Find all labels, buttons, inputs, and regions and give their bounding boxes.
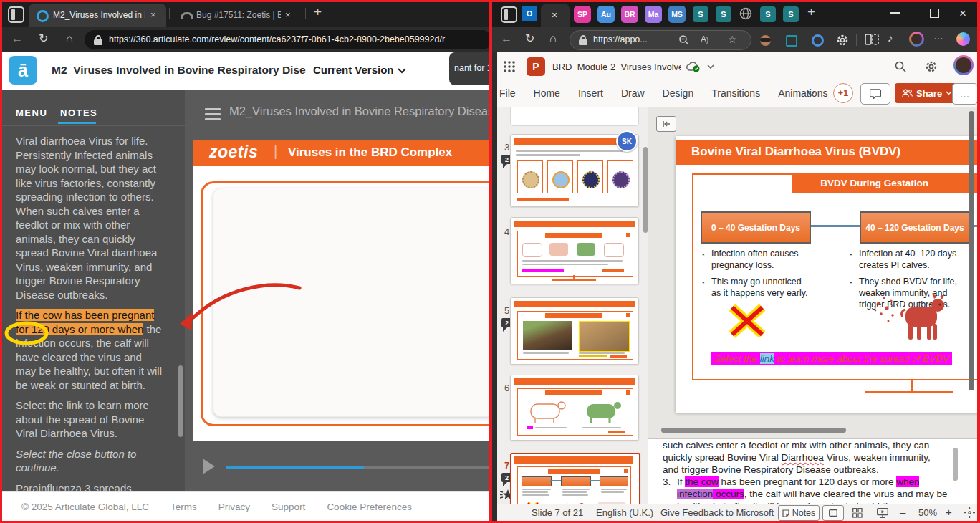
extension-capture-icon[interactable] — [786, 35, 797, 47]
profile-avatar[interactable] — [909, 32, 924, 47]
thumbnail-number: 4 — [504, 226, 509, 237]
canvas-vertical-scrollbar[interactable] — [969, 111, 974, 390]
language-selector[interactable]: English (U.K.) — [596, 507, 653, 518]
refresh-button[interactable]: ↻ — [525, 32, 534, 45]
virus-card — [517, 160, 543, 193]
thumbnail-slide-7-selected[interactable] — [510, 453, 640, 504]
ribbon-animations[interactable]: Animations — [778, 87, 827, 99]
search-icon[interactable] — [895, 61, 906, 72]
fit-to-window-icon[interactable] — [964, 507, 975, 518]
new-tab-button[interactable]: + — [807, 4, 815, 20]
notes-toggle-button[interactable]: Notes — [778, 505, 820, 521]
settings-gear-icon[interactable] — [925, 60, 938, 73]
home-button[interactable]: ⌂ — [549, 32, 557, 45]
document-title[interactable]: BRD_Module 2_Viruses Involved in BDR_SB — [552, 62, 681, 72]
globe-tab-icon[interactable] — [739, 7, 752, 20]
pinned-tab-ms[interactable]: MS — [668, 6, 686, 23]
slideshow-icon[interactable] — [877, 508, 888, 518]
section-tab: BVDV During Gestation — [792, 173, 978, 193]
app-launcher-waffle-icon[interactable] — [504, 61, 515, 72]
zoom-icon[interactable] — [679, 35, 689, 45]
copilot-icon[interactable] — [956, 32, 970, 46]
cattle-photo — [523, 321, 572, 350]
canvas-horizontal-scrollbar[interactable] — [661, 428, 846, 433]
extension-gear-icon[interactable] — [836, 34, 849, 47]
chevron-down-icon[interactable] — [707, 64, 714, 69]
annotation-overlay — [0, 0, 492, 523]
ribbon-file[interactable]: File — [499, 87, 516, 99]
close-window-button[interactable]: × — [959, 6, 966, 21]
thumbnail-slide-5[interactable] — [510, 297, 639, 365]
spellcheck-word: Diarrhoea — [782, 452, 824, 463]
extension-blue-circle-icon[interactable] — [812, 34, 824, 47]
screenshot-frame — [492, 0, 980, 2]
ribbon-more-button[interactable]: … — [952, 83, 978, 105]
red-x-graphic[interactable] — [728, 304, 767, 338]
sneezing-cow-graphic[interactable] — [871, 291, 947, 345]
speaker-notes-panel[interactable]: such calves enter a feedlot or mix with … — [648, 438, 980, 504]
gestation-stage-box-1[interactable]: 0 – 40 Gestation Days — [701, 211, 811, 244]
cow-outline-graphic — [527, 398, 568, 424]
workspace-icon[interactable] — [501, 6, 517, 23]
presence-overflow-badge[interactable]: +1 — [833, 83, 853, 103]
thumbnail-scrollbar[interactable] — [643, 147, 648, 233]
thumbnail-slide-6[interactable] — [510, 375, 639, 441]
media-controls-icon[interactable]: ♪ — [888, 32, 893, 44]
ribbon-home[interactable]: Home — [534, 87, 560, 99]
ribbon-transitions[interactable]: Transitions — [711, 87, 760, 99]
sharepoint-tab-icon[interactable]: S — [783, 6, 799, 22]
notes-line: If the cow has been pregnant for 120 day… — [677, 476, 919, 487]
favorite-star-icon[interactable]: ☆ — [728, 34, 737, 45]
sharepoint-tab-icon[interactable]: S — [760, 6, 776, 22]
thumbnail-slide-2-partial[interactable] — [510, 107, 639, 126]
account-avatar[interactable] — [953, 55, 974, 75]
read-aloud-icon[interactable]: A) — [701, 34, 708, 44]
zoom-level[interactable]: 50% — [918, 507, 937, 518]
chevron-down-icon — [946, 91, 952, 95]
pinned-tab-au[interactable]: Au — [597, 6, 615, 23]
thumbnail-slide-4[interactable] — [510, 217, 639, 284]
screenshot-frame — [489, 0, 492, 523]
hyperlink[interactable]: link — [760, 353, 774, 364]
calf-photo — [579, 321, 630, 352]
address-bar[interactable]: https://appo... A) ☆ — [570, 30, 751, 50]
slide-editor-surface[interactable]: Bovine Viral Diarrhoea Virus (BVDV) BVDV… — [676, 136, 978, 413]
lock-icon — [579, 35, 587, 45]
ribbon-chevron-down-icon[interactable] — [807, 92, 815, 97]
highlighted-text: occurs — [713, 489, 744, 499]
gestation-stage-box-2[interactable]: 40 – 120 Gestation Days — [860, 211, 970, 244]
comments-button[interactable] — [860, 83, 890, 105]
powerpoint-app: P BRD_Module 2_Viruses Involved in BDR_S… — [492, 52, 980, 521]
sharepoint-tab-icon[interactable]: S — [693, 6, 708, 22]
split-screen-icon[interactable] — [865, 34, 879, 45]
ribbon-design[interactable]: Design — [663, 87, 694, 99]
ribbon-draw[interactable]: Draw — [621, 87, 645, 99]
back-button[interactable]: ← — [501, 32, 512, 45]
share-button[interactable]: Share — [895, 83, 959, 103]
collapse-panel-button[interactable] — [656, 116, 676, 132]
browser-toolbar: ← ↻ ⌂ https://appo... A) ☆ ♪ … — [492, 27, 980, 52]
tab-close-icon: × — [552, 9, 557, 21]
zoom-out-button[interactable]: – — [900, 506, 905, 518]
outlook-pinned-tab[interactable]: O — [522, 6, 537, 21]
extension-disguise-icon[interactable] — [760, 35, 771, 46]
slide-indicator: Slide 7 of 21 — [532, 507, 583, 518]
ribbon-insert[interactable]: Insert — [578, 87, 603, 99]
window-edge — [492, 52, 497, 521]
slide-canvas: Bovine Viral Diarrhoea Virus (BVDV) BVDV… — [648, 107, 978, 438]
minimize-button[interactable] — [890, 12, 900, 14]
normal-view-button[interactable] — [822, 505, 844, 521]
notes-scrollbar[interactable] — [953, 448, 958, 481]
feedback-link[interactable]: Give Feedback to Microsoft — [660, 507, 774, 518]
pinned-tab-br[interactable]: BR — [621, 6, 638, 23]
pinned-tab-ma[interactable]: Ma — [645, 6, 662, 23]
zoom-in-button[interactable]: + — [946, 506, 952, 518]
sharepoint-tab-icon[interactable]: S — [716, 6, 731, 22]
interaction-hint-text[interactable]: Select the link to learn more about the … — [711, 352, 952, 365]
maximize-button[interactable] — [930, 9, 939, 18]
browser-tab-active[interactable]: × — [541, 4, 570, 27]
people-icon — [902, 89, 913, 97]
more-menu-icon[interactable]: … — [933, 30, 944, 42]
pinned-tab-sp[interactable]: SP — [574, 6, 591, 23]
slide-sorter-icon[interactable] — [852, 508, 863, 518]
